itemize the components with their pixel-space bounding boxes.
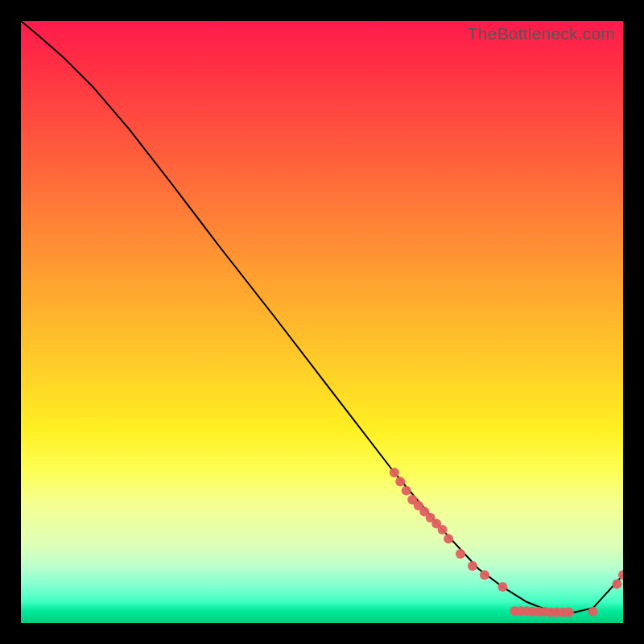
data-point bbox=[456, 549, 465, 559]
data-point bbox=[497, 582, 507, 592]
scatter-points bbox=[390, 468, 623, 617]
data-point bbox=[444, 534, 453, 543]
data-point bbox=[613, 579, 622, 588]
data-point bbox=[468, 561, 477, 571]
data-point bbox=[402, 485, 411, 495]
data-point bbox=[480, 570, 489, 580]
chart-frame: TheBottleneck.com bbox=[0, 0, 644, 644]
data-point bbox=[564, 608, 574, 617]
data-point bbox=[438, 525, 448, 535]
bottleneck-curve bbox=[21, 21, 623, 613]
data-point bbox=[390, 468, 399, 477]
chart-plot-area: TheBottleneck.com bbox=[21, 21, 623, 623]
data-point bbox=[395, 477, 405, 486]
chart-overlay bbox=[21, 21, 623, 623]
data-point bbox=[588, 607, 598, 617]
